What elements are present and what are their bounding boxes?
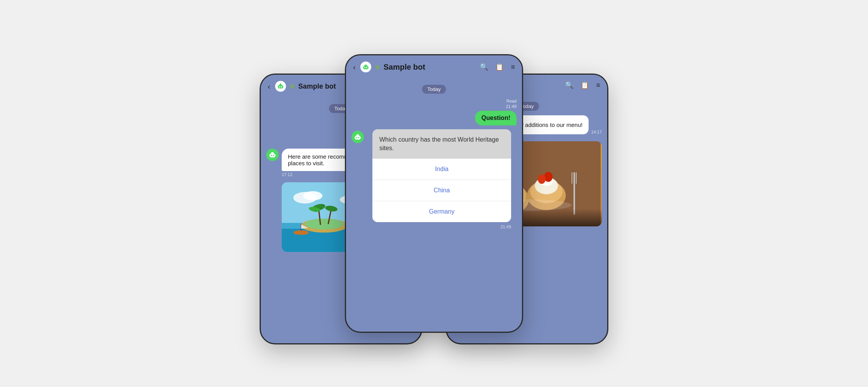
date-badge-center: Today: [346, 85, 522, 94]
svg-point-62: [551, 182, 552, 183]
svg-rect-7: [283, 86, 284, 87]
quiz-option-india[interactable]: India: [372, 159, 511, 180]
quiz-card: Which country has the most World Heritag…: [372, 129, 511, 223]
search-icon-center[interactable]: 🔍: [480, 63, 488, 71]
svg-rect-6: [277, 86, 278, 87]
svg-point-35: [366, 67, 367, 68]
quiz-row: Which country has the most World Heritag…: [351, 129, 517, 233]
svg-rect-32: [363, 66, 368, 69]
bot-avatar-left: [275, 81, 286, 92]
note-icon-right[interactable]: 📋: [580, 81, 589, 89]
star-icon-center: ✳️: [374, 64, 381, 70]
svg-rect-37: [368, 67, 369, 68]
svg-point-61: [544, 183, 545, 185]
quiz-question: Which country has the most World Heritag…: [372, 129, 511, 159]
outgoing-msg-center: Read21:49 Question!: [351, 98, 517, 125]
back-button-left[interactable]: ‹: [268, 82, 270, 91]
scene: ‹ ✳️ Sample bot 🔍 📋 ≡: [260, 43, 608, 344]
quiz-options: India China Germany: [372, 159, 511, 222]
svg-point-57: [538, 175, 546, 184]
center-header: ‹ ✳️ Sample bot 🔍 📋 ≡: [346, 55, 522, 79]
svg-point-41: [358, 137, 359, 138]
svg-point-8: [280, 83, 281, 84]
svg-rect-13: [269, 155, 270, 156]
note-icon-center[interactable]: 📋: [495, 63, 504, 71]
svg-rect-38: [355, 135, 360, 139]
svg-rect-0: [278, 85, 283, 89]
svg-rect-5: [281, 88, 282, 89]
svg-point-34: [364, 67, 365, 68]
svg-rect-36: [363, 67, 363, 68]
bot-icon-left: [266, 149, 279, 161]
svg-rect-33: [365, 65, 367, 66]
bot-icon-center: [351, 131, 364, 143]
svg-point-12: [273, 155, 274, 156]
menu-icon-right[interactable]: ≡: [596, 81, 600, 89]
svg-rect-1: [279, 84, 282, 86]
center-header-icons: 🔍 📋 ≡: [480, 63, 515, 71]
svg-point-40: [356, 137, 357, 138]
svg-rect-4: [279, 88, 280, 89]
svg-point-2: [279, 86, 280, 87]
svg-rect-14: [275, 155, 276, 156]
svg-point-11: [271, 155, 272, 156]
svg-point-3: [281, 86, 282, 87]
svg-rect-43: [360, 137, 361, 138]
center-title: Sample bot: [384, 63, 477, 72]
svg-rect-10: [271, 152, 274, 154]
star-icon-left: ✳️: [289, 84, 295, 89]
menu-icon-center[interactable]: ≡: [511, 63, 515, 71]
back-button-center[interactable]: ‹: [353, 63, 356, 72]
svg-rect-65: [576, 172, 577, 184]
center-body: Today Read21:49 Question!: [346, 79, 522, 331]
quiz-option-china[interactable]: China: [372, 180, 511, 201]
quiz-time: 21:49: [367, 222, 517, 232]
svg-rect-64: [572, 172, 572, 184]
phone-center: ‹ ✳️ Sample bot 🔍 📋 ≡ To: [345, 54, 523, 333]
msg-time-right: 14:17: [591, 130, 602, 134]
center-messages: Read21:49 Question!: [346, 98, 522, 232]
right-header-icons: 🔍 📋 ≡: [565, 81, 600, 89]
svg-point-29: [293, 230, 309, 235]
svg-rect-39: [356, 134, 359, 136]
svg-rect-42: [355, 137, 355, 138]
bubble-outgoing-center: Question!: [475, 111, 517, 125]
quiz-card-wrapper: Which country has the most World Heritag…: [367, 129, 517, 233]
bot-avatar-center: [360, 62, 371, 72]
svg-point-17: [303, 191, 322, 200]
read-status-center: Read21:49: [506, 98, 517, 110]
quiz-option-germany[interactable]: Germany: [372, 201, 511, 222]
svg-point-23: [305, 219, 344, 229]
search-icon-right[interactable]: 🔍: [565, 81, 574, 89]
svg-rect-9: [270, 153, 275, 157]
